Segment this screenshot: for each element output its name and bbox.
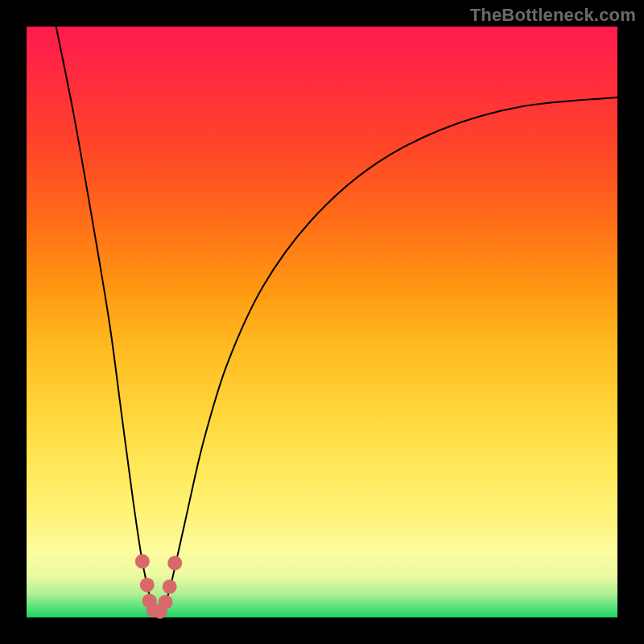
curve-marker [135, 554, 150, 568]
curve-markers [135, 554, 182, 618]
curve-svg [27, 27, 617, 617]
curve-marker [167, 555, 182, 570]
curve-marker [163, 580, 177, 594]
chart-frame: TheBottleneck.com [0, 0, 644, 644]
curve-marker [140, 578, 155, 592]
curve-marker [158, 595, 172, 609]
plot-area [27, 27, 617, 617]
bottleneck-curve [56, 27, 617, 615]
watermark-text: TheBottleneck.com [470, 5, 636, 26]
